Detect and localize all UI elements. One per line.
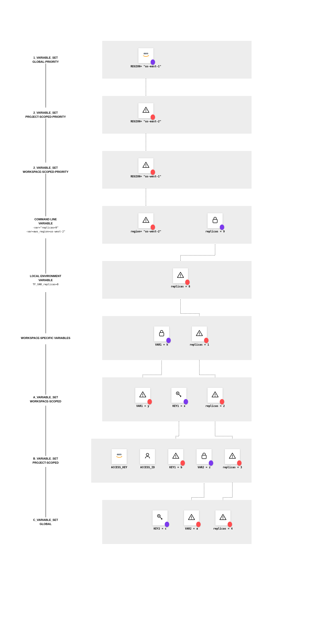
- left-connector: [46, 118, 46, 162]
- user-icon: [144, 452, 152, 460]
- r9c2: [184, 510, 199, 526]
- r1c1-caption: REGION= "us-east-1": [128, 65, 163, 68]
- status-dot-overridden: [228, 522, 232, 527]
- r8c5: [225, 449, 240, 464]
- label-line: PROJECT-SCOPED: [17, 461, 74, 465]
- r7c2-caption: KEY1 = x: [162, 404, 196, 408]
- left-connector: [46, 406, 46, 456]
- r6c1-caption: VAR1 = h: [144, 343, 179, 346]
- svg-text:aws: aws: [144, 52, 148, 55]
- label-line: LOCAL ENVIRONMENT: [17, 274, 74, 278]
- svg-point-27: [158, 516, 159, 516]
- svg-point-14: [142, 396, 143, 396]
- warning-icon: [142, 216, 150, 224]
- label-line: A_VARIABLE_SET: [17, 395, 74, 399]
- left-connector: [46, 344, 46, 395]
- key-icon: [156, 513, 164, 521]
- status-dot-active: [209, 460, 213, 466]
- svg-point-6: [146, 222, 146, 222]
- r7c1-caption: VAR1 = y: [126, 404, 160, 408]
- r7c2: [172, 388, 186, 403]
- lock-icon: [200, 452, 208, 460]
- svg-rect-7: [213, 219, 217, 223]
- label-line: GLOBAL-PRIORITY: [17, 60, 74, 64]
- row-1-label: 1_VARIABLE_SETGLOBAL-PRIORITY: [17, 56, 74, 64]
- status-dot-active: [220, 224, 224, 230]
- label-line: GLOBAL: [17, 522, 74, 526]
- svg-point-20: [146, 453, 149, 456]
- left-connector: [46, 292, 46, 333]
- label-line: COMMAND LINE: [17, 217, 74, 222]
- lock-icon: [158, 329, 166, 337]
- row-9-label: C_VARIABLE_SETGLOBAL: [17, 518, 74, 526]
- left-connector: [46, 238, 46, 274]
- row-6-panel: [102, 316, 252, 360]
- status-dot-active: [184, 399, 188, 404]
- key-icon: [175, 390, 183, 398]
- status-dot-overridden: [150, 170, 155, 175]
- status-dot-overridden: [148, 399, 152, 404]
- svg-point-9: [180, 276, 181, 277]
- r6c2: [192, 326, 207, 342]
- label-subline: TF_VAR_replicas=8: [17, 282, 74, 286]
- label-line: WORKSPACE-SCOPED: [17, 399, 74, 404]
- left-connector: [46, 174, 46, 216]
- status-dot-overridden: [196, 522, 200, 527]
- r7c3-caption: replicas = 2: [198, 404, 232, 408]
- row-1-panel: [102, 41, 252, 78]
- row-3-label: 2_VARIABLE_SETWORKSPACE-SCOPED-PRIORITY: [17, 166, 74, 174]
- warning-icon: [139, 390, 147, 398]
- r4c2-caption: replicas = 9: [198, 230, 232, 233]
- svg-point-29: [191, 518, 192, 519]
- label-line: 2_VARIABLE_SET: [17, 111, 74, 115]
- r6c1: [154, 326, 169, 342]
- r2c1-caption: REGION= "us-east-2": [128, 120, 163, 123]
- svg-rect-23: [202, 455, 206, 459]
- svg-point-12: [199, 334, 200, 335]
- r8c5-caption: replicas = 3: [215, 466, 250, 469]
- warning-icon: [228, 452, 236, 460]
- svg-text:aws: aws: [117, 453, 122, 456]
- row-8-label: B_VARIABLE_SETPROJECT-SCOPED: [17, 456, 74, 465]
- label-line: C_VARIABLE_SET: [17, 518, 74, 522]
- r1c1: aws: [138, 48, 154, 63]
- r9c3: [216, 510, 230, 526]
- status-dot-active: [165, 522, 169, 527]
- label-line: 1_VARIABLE_SET: [17, 56, 74, 60]
- warning-icon: [219, 513, 227, 521]
- row-5-label: LOCAL ENVIRONMENTVARIABLETF_VAR_replicas…: [17, 274, 74, 286]
- svg-point-2: [146, 111, 146, 112]
- r5c1-caption: replicas = 8: [163, 285, 198, 288]
- lock-icon: [211, 216, 219, 224]
- svg-point-4: [146, 166, 146, 167]
- r9c1: [152, 510, 168, 526]
- label-line: VARIABLE: [17, 278, 74, 282]
- status-dot-overridden: [220, 399, 224, 404]
- status-dot-overridden: [204, 338, 208, 343]
- aws-logo-icon: aws: [115, 452, 123, 460]
- r4c1-caption: region= "us-west-2": [128, 230, 163, 233]
- status-dot-overridden: [150, 224, 155, 230]
- r4c2: [208, 213, 223, 228]
- r3c1-caption: REGION= "us-west-1": [128, 175, 163, 178]
- r8c3: [168, 449, 183, 464]
- r9c3-caption: replicas = 4: [206, 527, 240, 530]
- status-dot-overridden: [237, 460, 242, 466]
- left-connector: [46, 64, 46, 108]
- r4c1: [138, 213, 154, 228]
- warning-icon: [176, 271, 184, 279]
- warning-icon: [211, 390, 219, 398]
- label-line: VARIABLE: [17, 222, 74, 226]
- label-line: B_VARIABLE_SET: [17, 456, 74, 461]
- svg-rect-10: [160, 332, 164, 336]
- status-dot-overridden: [150, 114, 155, 120]
- svg-point-16: [177, 393, 178, 394]
- r5c1: [173, 268, 188, 283]
- r9c2-caption: VAR2 = a: [174, 527, 209, 530]
- r9c1-caption: KEY2 = c: [143, 527, 177, 530]
- status-dot-overridden: [180, 460, 185, 466]
- warning-icon: [195, 329, 204, 337]
- r7c3: [208, 388, 223, 403]
- label-line: 2_VARIABLE_SET: [17, 166, 74, 170]
- left-connector: [46, 467, 46, 517]
